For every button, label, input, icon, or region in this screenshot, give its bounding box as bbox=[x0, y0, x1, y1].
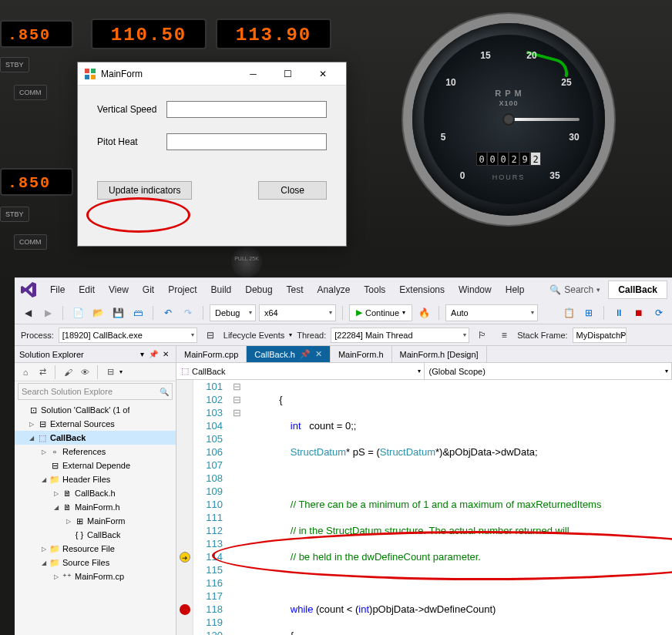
fold-gutter[interactable]: ⊟⊟⊟ bbox=[230, 380, 243, 635]
tree-callback-h[interactable]: ▷🗎CallBack.h bbox=[15, 486, 176, 500]
sol-view-icon[interactable]: 👁 bbox=[77, 365, 92, 380]
vs-menubar: File Edit View Git Project Build Debug T… bbox=[15, 278, 672, 301]
tab-mainform-h[interactable]: MainForm.h bbox=[331, 346, 392, 362]
restart-icon[interactable]: ⟳ bbox=[650, 304, 667, 321]
sol-brush-icon[interactable]: 🖌 bbox=[60, 365, 76, 380]
pin-icon[interactable]: 📌 bbox=[146, 350, 160, 358]
vspeed-input[interactable] bbox=[166, 101, 327, 118]
stop-icon[interactable]: ⏹ bbox=[630, 304, 647, 321]
tree-resource-files[interactable]: ▷📁Resource File bbox=[15, 542, 176, 556]
close-button[interactable]: ✕ bbox=[305, 62, 340, 85]
stby-button-2: STBY bbox=[0, 207, 29, 222]
code-area[interactable]: 1011021031041051061071081091101111121131… bbox=[176, 380, 672, 635]
new-item-icon[interactable]: 📄 bbox=[69, 304, 86, 321]
comm-button-1: COMM bbox=[14, 85, 47, 100]
lifecycle-icon[interactable]: ⊟ bbox=[202, 327, 219, 344]
tree-external-deps[interactable]: ⊟External Depende bbox=[15, 459, 176, 472]
thread-dropdown[interactable]: [22284] Main Thread bbox=[331, 328, 469, 343]
tb-icon-2[interactable]: ⊞ bbox=[580, 304, 597, 321]
menu-analyze[interactable]: Analyze bbox=[311, 281, 357, 298]
editor-tabs: MainForm.cpp CallBack.h📌✕ MainForm.h Mai… bbox=[176, 346, 672, 363]
tab-callback-h[interactable]: CallBack.h📌✕ bbox=[247, 346, 331, 362]
nav-scope-dropdown[interactable]: (Global Scope) bbox=[425, 363, 673, 379]
line-numbers: 1011021031041051061071081091101111121131… bbox=[193, 380, 230, 635]
radio-freq-2: 110.50 bbox=[91, 18, 207, 49]
breakpoint-gutter[interactable] bbox=[176, 380, 193, 635]
menu-project[interactable]: Project bbox=[162, 281, 203, 298]
app-icon bbox=[84, 68, 96, 80]
menu-git[interactable]: Git bbox=[136, 281, 160, 298]
nav-project-dropdown[interactable]: ⬚CallBack bbox=[176, 363, 425, 379]
pull-knob: PULL 25K bbox=[231, 247, 262, 277]
tree-references[interactable]: ▷▫References bbox=[15, 445, 176, 459]
sol-filter-icon[interactable]: ⊟ bbox=[102, 365, 118, 380]
menu-debug[interactable]: Debug bbox=[239, 281, 278, 298]
tb-icon-1[interactable]: 📋 bbox=[560, 304, 577, 321]
hot-reload-icon[interactable]: 🔥 bbox=[415, 304, 432, 321]
sol-home-icon[interactable]: ⌂ bbox=[18, 365, 33, 380]
nav-fwd-icon[interactable]: ▶ bbox=[39, 304, 56, 321]
tab-mainform-cpp[interactable]: MainForm.cpp bbox=[176, 346, 247, 362]
execution-pointer-icon[interactable] bbox=[180, 552, 190, 563]
svg-rect-1 bbox=[91, 69, 96, 73]
close-panel-icon[interactable]: ✕ bbox=[160, 350, 171, 358]
tab-close-icon[interactable]: ✕ bbox=[315, 349, 322, 359]
platform-dropdown[interactable]: x64 bbox=[259, 304, 336, 321]
menu-view[interactable]: View bbox=[102, 281, 135, 298]
minimize-button[interactable]: ─ bbox=[236, 62, 270, 85]
menu-build[interactable]: Build bbox=[205, 281, 238, 298]
mainform-titlebar[interactable]: MainForm ─ ☐ ✕ bbox=[78, 62, 346, 86]
stackframe-dropdown[interactable]: MyDispatchP bbox=[573, 328, 627, 343]
redo-icon[interactable]: ↷ bbox=[180, 304, 197, 321]
menu-edit[interactable]: Edit bbox=[72, 281, 101, 298]
menu-tools[interactable]: Tools bbox=[358, 281, 391, 298]
tree-header-files[interactable]: ◢📁Header Files bbox=[15, 472, 176, 486]
flag-icon[interactable]: 🏳 bbox=[474, 327, 491, 344]
tree-mainform-h[interactable]: ◢🗎MainForm.h bbox=[15, 500, 176, 514]
tree-mainform-class[interactable]: ▷⊞MainForm bbox=[15, 514, 176, 528]
tree-callback-ns[interactable]: { }CallBack bbox=[15, 528, 176, 542]
svg-rect-2 bbox=[85, 75, 89, 79]
menu-help[interactable]: Help bbox=[499, 281, 531, 298]
vs-search[interactable]: 🔍Search ▾ bbox=[543, 283, 606, 297]
open-icon[interactable]: 📂 bbox=[89, 304, 106, 321]
menu-test[interactable]: Test bbox=[281, 281, 310, 298]
tree-source-files[interactable]: ◢📁Source Files bbox=[15, 556, 176, 569]
maximize-button[interactable]: ☐ bbox=[270, 62, 305, 85]
auto-dropdown[interactable]: Auto bbox=[445, 304, 538, 321]
thread-label: Thread: bbox=[297, 331, 326, 340]
close-dialog-button[interactable]: Close bbox=[258, 181, 327, 200]
vspeed-label: Vertical Speed bbox=[97, 104, 166, 115]
save-all-icon[interactable]: 🗃 bbox=[129, 304, 146, 321]
solution-search[interactable]: Search Solution Explore bbox=[18, 383, 173, 400]
config-dropdown[interactable]: Debug bbox=[210, 304, 256, 321]
tree-solution[interactable]: ⊡Solution 'CallBack' (1 of bbox=[15, 403, 176, 417]
tab-mainform-design[interactable]: MainForm.h [Design] bbox=[392, 346, 487, 362]
tree-external-sources[interactable]: ▷⊟External Sources bbox=[15, 417, 176, 431]
code-text[interactable]: { int count = 0;; StructDatum* pS = (Str… bbox=[243, 380, 672, 635]
undo-icon[interactable]: ↶ bbox=[160, 304, 176, 321]
vs-context[interactable]: CallBack bbox=[608, 281, 667, 299]
dropdown-icon[interactable]: ▾ bbox=[138, 350, 146, 358]
sol-sync-icon[interactable]: ⇄ bbox=[35, 365, 50, 380]
nav-back-icon[interactable]: ◀ bbox=[19, 304, 36, 321]
process-dropdown[interactable]: [18920] CallBack.exe bbox=[59, 328, 197, 343]
svg-rect-3 bbox=[91, 75, 96, 79]
stack-icon[interactable]: ≡ bbox=[496, 327, 512, 344]
menu-window[interactable]: Window bbox=[452, 281, 498, 298]
menu-extensions[interactable]: Extensions bbox=[393, 281, 451, 298]
tree-project-callback[interactable]: ◢⬚CallBack bbox=[15, 431, 176, 445]
pitot-input[interactable] bbox=[166, 133, 327, 150]
menu-file[interactable]: File bbox=[44, 281, 71, 298]
gauge-counter: 000292 bbox=[476, 152, 541, 166]
lifecycle-label: Lifecycle Events bbox=[223, 331, 284, 340]
svg-rect-0 bbox=[85, 69, 89, 73]
tree-mainform-cpp[interactable]: ▷⁺⁺MainForm.cp bbox=[15, 569, 176, 583]
update-indicators-button[interactable]: Update indicators bbox=[97, 181, 192, 200]
save-icon[interactable]: 💾 bbox=[109, 304, 126, 321]
pause-icon[interactable]: ⏸ bbox=[610, 304, 627, 321]
breakpoint-icon[interactable] bbox=[180, 604, 190, 615]
tab-pin-icon[interactable]: 📌 bbox=[300, 349, 311, 359]
solution-explorer: Solution Explorer ▾ 📌 ✕ ⌂ ⇄ 🖌 👁 ⊟ ▾ Sear… bbox=[15, 346, 176, 635]
continue-button[interactable]: ▶Continue ▾ bbox=[349, 304, 412, 321]
